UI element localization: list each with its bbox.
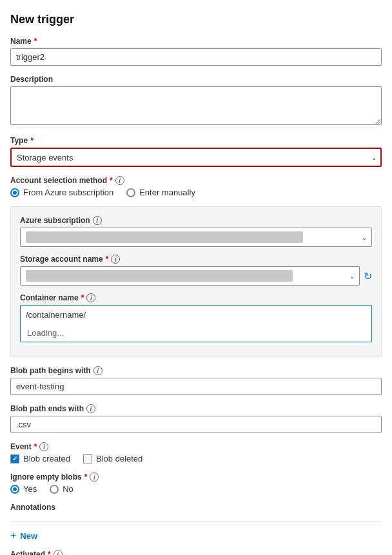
checkbox-blob-deleted-box bbox=[83, 454, 92, 463]
radio-from-azure[interactable]: From Azure subscription bbox=[10, 188, 113, 197]
container-name-select-wrapper: /containername/ ⌄ Loading... bbox=[20, 305, 372, 342]
radio-enter-manually[interactable]: Enter manually bbox=[126, 188, 195, 197]
ignore-empty-blobs-radio-group: Yes No bbox=[10, 484, 382, 494]
event-field-group: Event * i ✓ Blob created Blob deleted bbox=[10, 442, 382, 463]
checkbox-blob-created[interactable]: ✓ Blob created bbox=[10, 454, 70, 463]
azure-subscription-select-wrapper: ⌄ bbox=[20, 228, 372, 247]
radio-enter-manually-label: Enter manually bbox=[139, 188, 195, 197]
radio-no[interactable]: No bbox=[50, 484, 74, 494]
account-selection-radio-group: From Azure subscription Enter manually bbox=[10, 188, 382, 197]
blob-path-begins-input[interactable] bbox=[10, 378, 382, 395]
radio-no-circle bbox=[50, 485, 59, 494]
description-label: Description bbox=[10, 75, 382, 84]
storage-account-required: * bbox=[106, 255, 109, 264]
radio-yes-circle bbox=[10, 485, 19, 494]
ignore-empty-blobs-required: * bbox=[84, 472, 88, 482]
storage-account-label: Storage account name * i bbox=[20, 255, 372, 264]
name-input[interactable] bbox=[10, 48, 382, 66]
plus-icon: + bbox=[10, 531, 16, 541]
type-required: * bbox=[30, 136, 34, 145]
checkbox-blob-created-label: Blob created bbox=[23, 454, 70, 463]
type-field-group: Type * Storage events ⌄ bbox=[10, 136, 382, 167]
checkbox-blob-created-check: ✓ bbox=[12, 455, 17, 462]
storage-account-select-row: ⌄ ↻ bbox=[20, 266, 372, 286]
ignore-empty-blobs-label: Ignore empty blobs * i bbox=[10, 472, 382, 482]
storage-account-value-bar bbox=[26, 270, 293, 282]
radio-enter-manually-circle bbox=[126, 188, 135, 197]
annotations-label: Annotations bbox=[10, 503, 382, 512]
storage-account-refresh-icon[interactable]: ↻ bbox=[364, 270, 372, 282]
checkbox-blob-deleted[interactable]: Blob deleted bbox=[83, 454, 142, 463]
azure-subsection: Azure subscription i ⌄ Storage account n… bbox=[10, 206, 382, 357]
container-name-label: Container name * i bbox=[20, 293, 372, 302]
name-required: * bbox=[34, 37, 37, 46]
activated-group: Activated * i bbox=[10, 550, 382, 555]
checkbox-blob-deleted-label: Blob deleted bbox=[96, 454, 142, 463]
ignore-empty-blobs-group: Ignore empty blobs * i Yes No bbox=[10, 472, 382, 494]
azure-subscription-select[interactable] bbox=[20, 228, 372, 247]
name-field-group: Name * bbox=[10, 37, 382, 66]
add-annotation-button[interactable]: + New bbox=[10, 531, 382, 541]
account-selection-info-icon[interactable]: i bbox=[115, 176, 124, 185]
blob-path-ends-label: Blob path ends with i bbox=[10, 404, 382, 413]
blob-path-begins-info-icon[interactable]: i bbox=[93, 366, 103, 375]
annotations-divider bbox=[10, 521, 382, 521]
activated-required: * bbox=[48, 550, 51, 555]
event-required: * bbox=[34, 442, 37, 451]
ignore-empty-blobs-info-icon[interactable]: i bbox=[90, 472, 99, 482]
blob-path-ends-input[interactable] bbox=[10, 416, 382, 433]
blob-path-ends-info-icon[interactable]: i bbox=[86, 404, 95, 413]
blob-path-begins-label: Blob path begins with i bbox=[10, 366, 382, 375]
activated-info-icon[interactable]: i bbox=[54, 550, 63, 555]
type-select[interactable]: Storage events bbox=[10, 148, 382, 167]
container-name-group: Container name * i /containername/ ⌄ Loa… bbox=[20, 293, 372, 342]
event-checkbox-group: ✓ Blob created Blob deleted bbox=[10, 454, 382, 463]
radio-from-azure-label: From Azure subscription bbox=[23, 188, 113, 197]
blob-path-begins-group: Blob path begins with i bbox=[10, 366, 382, 395]
account-selection-required: * bbox=[110, 176, 113, 185]
storage-account-group: Storage account name * i ⌄ ↻ bbox=[20, 255, 372, 286]
blob-path-ends-group: Blob path ends with i bbox=[10, 404, 382, 433]
event-label: Event * i bbox=[10, 442, 382, 451]
storage-account-select[interactable] bbox=[20, 266, 360, 286]
page-title: New trigger bbox=[10, 13, 382, 26]
account-selection-label: Account selection method * i bbox=[10, 176, 382, 185]
storage-account-info-icon[interactable]: i bbox=[111, 255, 120, 264]
container-name-info-icon[interactable]: i bbox=[86, 293, 95, 302]
container-name-required: * bbox=[81, 293, 84, 302]
event-info-icon[interactable]: i bbox=[39, 442, 48, 451]
type-label: Type * bbox=[10, 136, 382, 145]
account-selection-group: Account selection method * i From Azure … bbox=[10, 176, 382, 197]
azure-subscription-label: Azure subscription i bbox=[20, 216, 372, 225]
azure-subscription-info-icon[interactable]: i bbox=[93, 216, 102, 225]
name-label: Name * bbox=[10, 37, 382, 46]
container-name-dropdown: Loading... bbox=[20, 324, 372, 342]
description-field-group: Description bbox=[10, 75, 382, 127]
azure-subscription-value-bar bbox=[26, 231, 303, 243]
radio-yes[interactable]: Yes bbox=[10, 484, 37, 494]
container-name-select[interactable]: /containername/ ⌄ bbox=[20, 305, 372, 324]
radio-no-label: No bbox=[63, 484, 74, 494]
annotations-group: Annotations + New bbox=[10, 503, 382, 541]
checkbox-blob-created-box: ✓ bbox=[10, 454, 19, 463]
activated-label: Activated * i bbox=[10, 550, 382, 555]
radio-from-azure-circle bbox=[10, 188, 19, 197]
radio-yes-label: Yes bbox=[23, 484, 37, 494]
description-input[interactable] bbox=[10, 86, 382, 125]
azure-subscription-group: Azure subscription i ⌄ bbox=[20, 216, 372, 247]
type-select-wrapper: Storage events ⌄ bbox=[10, 148, 382, 167]
add-annotation-label: New bbox=[20, 531, 37, 541]
storage-account-select-wrapper: ⌄ bbox=[20, 266, 360, 286]
